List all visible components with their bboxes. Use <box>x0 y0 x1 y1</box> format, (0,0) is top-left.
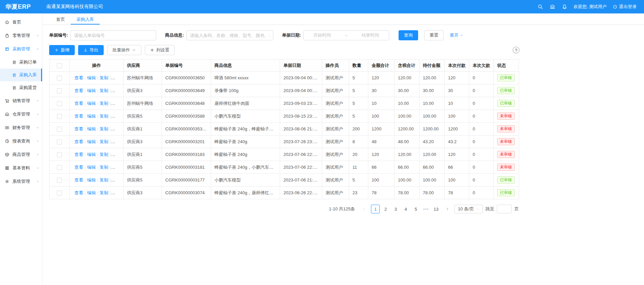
pagination-page-1[interactable]: 1 <box>371 205 380 213</box>
sidebar-item-purchase-return[interactable]: 采购退货 <box>0 81 42 94</box>
row-action-copy[interactable]: 复制 <box>100 139 108 144</box>
select-all-checkbox[interactable] <box>57 63 62 68</box>
cell-date: 2023-06-26 22:24:04 <box>280 187 322 199</box>
row-action-view[interactable]: 查看 <box>74 75 83 80</box>
chevron-down-icon <box>36 99 39 103</box>
jump-page-input[interactable] <box>497 205 512 213</box>
row-action-edit[interactable]: 编辑 <box>87 101 96 106</box>
row-checkbox[interactable] <box>57 178 62 183</box>
sidebar-item-home[interactable]: 首页 <box>0 15 42 29</box>
help-icon[interactable]: ? <box>513 47 519 53</box>
column-settings-button[interactable]: 列设置 <box>145 45 175 55</box>
row-checkbox[interactable] <box>57 191 62 196</box>
row-action-copy[interactable]: 复制 <box>100 177 108 182</box>
next-page-button[interactable] <box>443 205 452 213</box>
sidebar-item-system[interactable]: 系统管理 <box>0 175 42 188</box>
sidebar-item-purchase-order[interactable]: 采购订单 <box>0 56 42 69</box>
row-checkbox[interactable] <box>57 127 62 132</box>
bell-icon[interactable] <box>562 4 568 10</box>
row-checkbox[interactable] <box>57 88 62 93</box>
bank-icon[interactable] <box>549 4 555 10</box>
row-action-edit[interactable]: 编辑 <box>87 114 96 119</box>
column-header: 商品信息 <box>211 59 280 72</box>
row-action-copy[interactable]: 复制 <box>100 165 108 170</box>
row-action-view[interactable]: 查看 <box>74 126 83 131</box>
pagination-page-5[interactable]: 5 <box>411 205 420 213</box>
row-checkbox[interactable] <box>57 165 62 170</box>
row-action-view[interactable]: 查看 <box>74 190 83 195</box>
row-action-copy[interactable]: 复制 <box>100 101 108 106</box>
row-checkbox[interactable] <box>57 139 62 145</box>
row-checkbox[interactable] <box>57 114 62 119</box>
row-action-view[interactable]: 查看 <box>74 88 83 93</box>
expand-filters-link[interactable]: 展开 <box>450 32 463 38</box>
batch-actions-button[interactable]: 批量操作 <box>107 45 141 55</box>
row-action-edit[interactable]: 编辑 <box>87 75 96 80</box>
cell-unpaid: 30.00 <box>419 84 445 97</box>
row-action-edit[interactable]: 编辑 <box>87 190 96 195</box>
cell-paid: 78 <box>445 187 469 199</box>
row-action-edit[interactable]: 编辑 <box>87 126 96 131</box>
row-action-view[interactable]: 查看 <box>74 152 83 157</box>
action-separator: | <box>97 126 98 131</box>
sidebar-item-purchase-in[interactable]: 采购入库 <box>0 69 42 81</box>
bill-number-input[interactable] <box>70 30 156 40</box>
logout-button[interactable]: 退出登录 <box>613 4 637 10</box>
search-button[interactable]: 查询 <box>399 30 418 40</box>
row-action-copy[interactable]: 复制 <box>100 126 108 131</box>
cell-supplier: 供应商5 <box>124 110 162 123</box>
sidebar-item-goods[interactable]: 商品管理 <box>0 148 42 161</box>
action-separator: | <box>110 177 115 182</box>
prev-page-button[interactable] <box>360 205 368 213</box>
row-action-view[interactable]: 查看 <box>74 101 83 106</box>
cell-date: 2023-07-06 21:40:41 <box>280 174 322 187</box>
row-action-view[interactable]: 查看 <box>74 139 83 144</box>
row-action-edit[interactable]: 编辑 <box>87 152 96 157</box>
row-action-edit[interactable]: 编辑 <box>87 139 96 144</box>
row-action-edit[interactable]: 编辑 <box>87 165 96 170</box>
sidebar-item-reports[interactable]: 报表查询 <box>0 134 42 148</box>
status-badge: 已审核 <box>497 74 515 81</box>
sidebar-item-warehouse[interactable]: 仓库管理 <box>0 108 42 121</box>
cell-tax_total: 48.00 <box>395 135 419 148</box>
cell-amount: 78 <box>368 187 395 199</box>
sidebar-item-purchase[interactable]: 采购管理 <box>0 42 42 56</box>
row-action-view[interactable]: 查看 <box>74 177 83 182</box>
action-separator: | <box>110 101 115 106</box>
pagination-page-13[interactable]: 13 <box>432 205 440 213</box>
row-action-edit[interactable]: 编辑 <box>87 177 96 182</box>
row-action-copy[interactable]: 复制 <box>100 114 108 119</box>
reset-button[interactable]: 重置 <box>424 30 444 40</box>
row-checkbox[interactable] <box>57 76 62 81</box>
date-range-picker[interactable]: 开始时间 ~ 结束时间 <box>303 30 389 40</box>
tab-purchase-in[interactable]: 采购入库 <box>71 13 100 25</box>
pagination-page-2[interactable]: 2 <box>381 205 390 213</box>
column-header: 待付金额 <box>419 59 445 72</box>
row-action-copy[interactable]: 复制 <box>100 75 108 80</box>
product-info-input[interactable] <box>187 30 273 40</box>
page-size-select[interactable]: 10 条/页 <box>454 205 483 213</box>
cell-amount: 30 <box>368 84 395 97</box>
row-checkbox[interactable] <box>57 152 62 157</box>
tab-home[interactable]: 首页 <box>50 13 71 25</box>
export-button[interactable]: 导出 <box>78 45 104 55</box>
row-action-view[interactable]: 查看 <box>74 114 83 119</box>
pagination-page-3[interactable]: 3 <box>391 205 400 213</box>
sidebar-item-basic-data[interactable]: 基本资料 <box>0 161 42 175</box>
row-action-copy[interactable]: 复制 <box>100 88 108 93</box>
status-badge: 未审核 <box>497 125 515 132</box>
cell-qty: 5 <box>349 97 368 110</box>
search-icon[interactable] <box>537 4 543 10</box>
add-button[interactable]: 新增 <box>49 45 75 55</box>
row-action-edit[interactable]: 编辑 <box>87 88 96 93</box>
row-checkbox[interactable] <box>57 101 62 106</box>
row-action-view[interactable]: 查看 <box>74 165 83 170</box>
sidebar-item-sales[interactable]: 销售管理 <box>0 94 42 108</box>
row-action-copy[interactable]: 复制 <box>100 190 108 195</box>
row-action-copy[interactable]: 复制 <box>100 152 108 157</box>
sidebar-item-retail[interactable]: 零售管理 <box>0 29 42 42</box>
column-header: 供应商 <box>124 59 162 72</box>
sidebar-item-finance[interactable]: 财务管理 <box>0 121 42 134</box>
pagination-page-4[interactable]: 4 <box>401 205 410 213</box>
row-actions-cell: 查看|编辑|复制|删除 <box>70 148 124 161</box>
